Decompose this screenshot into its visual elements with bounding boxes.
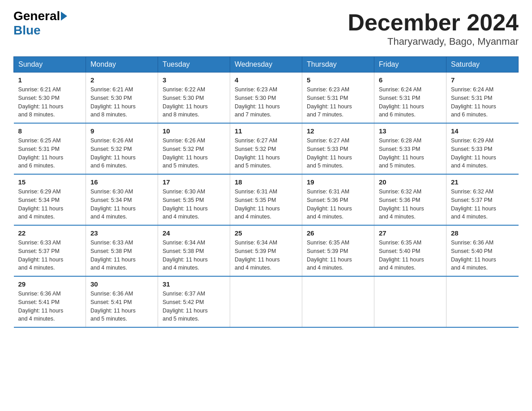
calendar-cell: 24 Sunrise: 6:34 AMSunset: 5:38 PMDaylig… [158,225,230,276]
calendar-cell: 8 Sunrise: 6:25 AMSunset: 5:31 PMDayligh… [14,123,86,174]
week-row-2: 8 Sunrise: 6:25 AMSunset: 5:31 PMDayligh… [14,123,519,174]
day-number: 19 [307,178,369,186]
calendar-cell: 4 Sunrise: 6:23 AMSunset: 5:30 PMDayligh… [230,73,302,124]
header-monday: Monday [86,57,158,73]
day-number: 26 [307,229,369,237]
day-number: 24 [163,229,225,237]
day-number: 31 [163,280,225,288]
day-number: 11 [235,127,297,135]
calendar-cell: 5 Sunrise: 6:23 AMSunset: 5:31 PMDayligh… [302,73,374,124]
calendar-cell [446,276,519,327]
day-number: 12 [307,127,369,135]
day-info: Sunrise: 6:24 AMSunset: 5:31 PMDaylight:… [451,86,496,118]
day-info: Sunrise: 6:32 AMSunset: 5:36 PMDaylight:… [379,188,424,220]
day-number: 27 [379,229,442,237]
logo-arrow-icon [61,12,67,21]
day-info: Sunrise: 6:36 AMSunset: 5:41 PMDaylight:… [18,291,64,322]
day-number: 14 [451,127,514,135]
week-row-5: 29 Sunrise: 6:36 AMSunset: 5:41 PMDaylig… [14,276,519,327]
day-info: Sunrise: 6:37 AMSunset: 5:42 PMDaylight:… [163,291,208,322]
title-section: December 2024 Tharyarwady, Bago, Myanmar [348,9,519,47]
day-number: 23 [90,229,153,237]
calendar-cell: 11 Sunrise: 6:27 AMSunset: 5:32 PMDaylig… [230,123,302,174]
day-number: 10 [163,127,225,135]
calendar-cell: 7 Sunrise: 6:24 AMSunset: 5:31 PMDayligh… [446,73,519,124]
calendar-cell: 26 Sunrise: 6:35 AMSunset: 5:39 PMDaylig… [302,225,374,276]
day-info: Sunrise: 6:23 AMSunset: 5:30 PMDaylight:… [235,86,280,118]
day-info: Sunrise: 6:29 AMSunset: 5:34 PMDaylight:… [18,188,64,220]
day-info: Sunrise: 6:36 AMSunset: 5:40 PMDaylight:… [451,240,496,271]
calendar-cell: 9 Sunrise: 6:26 AMSunset: 5:32 PMDayligh… [86,123,158,174]
calendar-cell: 31 Sunrise: 6:37 AMSunset: 5:42 PMDaylig… [158,276,230,327]
day-number: 17 [163,178,225,186]
page-header: General Blue December 2024 Tharyarwady, … [13,9,519,47]
day-info: Sunrise: 6:28 AMSunset: 5:33 PMDaylight:… [379,137,424,169]
calendar-cell: 12 Sunrise: 6:27 AMSunset: 5:33 PMDaylig… [302,123,374,174]
header-wednesday: Wednesday [230,57,302,73]
calendar-cell: 20 Sunrise: 6:32 AMSunset: 5:36 PMDaylig… [374,174,446,225]
header-sunday: Sunday [14,57,86,73]
day-number: 8 [18,127,82,135]
day-number: 22 [18,229,82,237]
calendar-cell [374,276,446,327]
calendar-cell: 3 Sunrise: 6:22 AMSunset: 5:30 PMDayligh… [158,73,230,124]
header-tuesday: Tuesday [158,57,230,73]
location-text: Tharyarwady, Bago, Myanmar [348,36,519,47]
day-number: 3 [163,76,225,84]
week-row-1: 1 Sunrise: 6:21 AMSunset: 5:30 PMDayligh… [14,73,519,124]
day-info: Sunrise: 6:26 AMSunset: 5:32 PMDaylight:… [163,137,208,169]
calendar-cell: 18 Sunrise: 6:31 AMSunset: 5:35 PMDaylig… [230,174,302,225]
calendar-cell [302,276,374,327]
day-number: 2 [90,76,153,84]
day-info: Sunrise: 6:24 AMSunset: 5:31 PMDaylight:… [379,86,424,118]
day-number: 5 [307,76,369,84]
day-info: Sunrise: 6:30 AMSunset: 5:34 PMDaylight:… [90,188,136,220]
calendar-cell: 15 Sunrise: 6:29 AMSunset: 5:34 PMDaylig… [14,174,86,225]
header-thursday: Thursday [302,57,374,73]
day-info: Sunrise: 6:23 AMSunset: 5:31 PMDaylight:… [307,86,352,118]
day-number: 30 [90,280,153,288]
day-number: 15 [18,178,82,186]
day-number: 9 [90,127,153,135]
calendar-cell: 28 Sunrise: 6:36 AMSunset: 5:40 PMDaylig… [446,225,519,276]
calendar-cell: 14 Sunrise: 6:29 AMSunset: 5:33 PMDaylig… [446,123,519,174]
calendar-cell: 29 Sunrise: 6:36 AMSunset: 5:41 PMDaylig… [14,276,86,327]
logo-blue-text: Blue [13,23,41,38]
calendar-cell: 19 Sunrise: 6:31 AMSunset: 5:36 PMDaylig… [302,174,374,225]
day-number: 18 [235,178,297,186]
header-friday: Friday [374,57,446,73]
day-info: Sunrise: 6:22 AMSunset: 5:30 PMDaylight:… [163,86,208,118]
day-info: Sunrise: 6:30 AMSunset: 5:35 PMDaylight:… [163,188,208,220]
day-number: 13 [379,127,442,135]
week-row-4: 22 Sunrise: 6:33 AMSunset: 5:37 PMDaylig… [14,225,519,276]
logo-general-text: General [13,9,60,23]
calendar-header-row: SundayMondayTuesdayWednesdayThursdayFrid… [14,57,519,73]
day-info: Sunrise: 6:27 AMSunset: 5:33 PMDaylight:… [307,137,352,169]
calendar-cell [230,276,302,327]
day-info: Sunrise: 6:25 AMSunset: 5:31 PMDaylight:… [18,137,64,169]
header-saturday: Saturday [446,57,519,73]
week-row-3: 15 Sunrise: 6:29 AMSunset: 5:34 PMDaylig… [14,174,519,225]
day-info: Sunrise: 6:32 AMSunset: 5:37 PMDaylight:… [451,188,496,220]
day-info: Sunrise: 6:34 AMSunset: 5:39 PMDaylight:… [235,240,280,271]
day-info: Sunrise: 6:34 AMSunset: 5:38 PMDaylight:… [163,240,208,271]
day-info: Sunrise: 6:31 AMSunset: 5:35 PMDaylight:… [235,188,280,220]
day-number: 16 [90,178,153,186]
calendar-cell: 22 Sunrise: 6:33 AMSunset: 5:37 PMDaylig… [14,225,86,276]
calendar-cell: 6 Sunrise: 6:24 AMSunset: 5:31 PMDayligh… [374,73,446,124]
calendar-cell: 23 Sunrise: 6:33 AMSunset: 5:38 PMDaylig… [86,225,158,276]
day-info: Sunrise: 6:36 AMSunset: 5:41 PMDaylight:… [90,291,136,322]
calendar-cell: 16 Sunrise: 6:30 AMSunset: 5:34 PMDaylig… [86,174,158,225]
day-number: 21 [451,178,514,186]
day-info: Sunrise: 6:35 AMSunset: 5:40 PMDaylight:… [379,240,424,271]
calendar-cell: 25 Sunrise: 6:34 AMSunset: 5:39 PMDaylig… [230,225,302,276]
day-number: 20 [379,178,442,186]
calendar-cell: 27 Sunrise: 6:35 AMSunset: 5:40 PMDaylig… [374,225,446,276]
calendar-cell: 13 Sunrise: 6:28 AMSunset: 5:33 PMDaylig… [374,123,446,174]
calendar-cell: 17 Sunrise: 6:30 AMSunset: 5:35 PMDaylig… [158,174,230,225]
day-info: Sunrise: 6:35 AMSunset: 5:39 PMDaylight:… [307,240,352,271]
calendar-cell: 1 Sunrise: 6:21 AMSunset: 5:30 PMDayligh… [14,73,86,124]
day-number: 1 [18,76,82,84]
day-number: 28 [451,229,514,237]
calendar-cell: 21 Sunrise: 6:32 AMSunset: 5:37 PMDaylig… [446,174,519,225]
